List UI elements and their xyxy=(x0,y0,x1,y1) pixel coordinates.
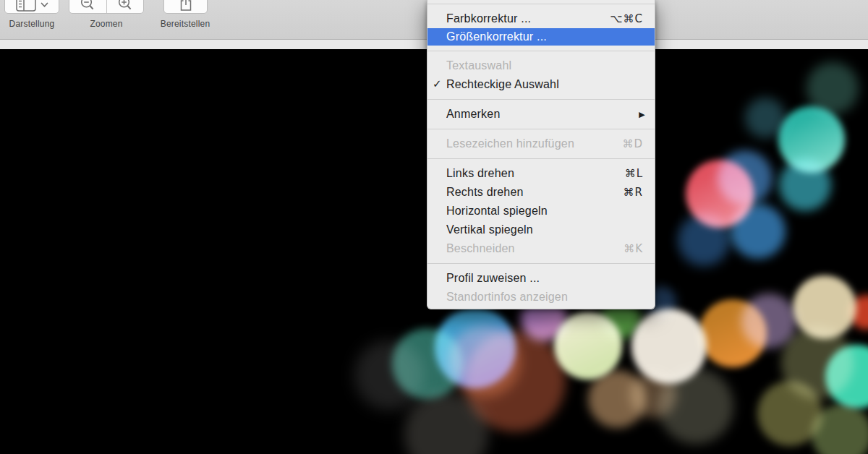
menu-separator xyxy=(427,263,655,264)
menu-item-standortinfos-anzeigen: Standortinfos anzeigen xyxy=(427,288,655,307)
zoom-out-button[interactable] xyxy=(69,0,107,13)
menu-item-rechts-drehen[interactable]: Rechts drehen⌘R xyxy=(427,183,655,202)
zoom-out-icon xyxy=(80,0,95,12)
context-menu: Farbkorrektur ...⌥⌘CGrößenkorrektur ...T… xyxy=(427,0,655,309)
menu-separator xyxy=(427,129,655,129)
menu-item-shortcut: ⌘L xyxy=(625,167,643,180)
menu-item-vertikal-spiegeln[interactable]: Vertikal spiegeln xyxy=(427,220,655,239)
zoom-control xyxy=(69,0,144,14)
share-button[interactable] xyxy=(163,0,208,14)
menu-item-label: Anmerken xyxy=(446,108,639,121)
toolbar-label-darstellung: Darstellung xyxy=(0,19,64,29)
bokeh-circle xyxy=(354,340,424,410)
menu-separator xyxy=(427,99,655,100)
bokeh-circle xyxy=(779,159,831,211)
menu-item-label: Profil zuweisen ... xyxy=(446,272,643,285)
bokeh-circle xyxy=(678,214,730,266)
menu-item-label: Lesezeichen hinzufügen xyxy=(446,137,622,150)
menu-item-links-drehen[interactable]: Links drehen⌘L xyxy=(427,164,655,183)
menu-separator xyxy=(427,4,655,4)
bokeh-circle xyxy=(448,325,521,398)
menu-item-label: Farbkorrektur ... xyxy=(446,12,610,25)
menu-item-anmerken[interactable]: Anmerken▶ xyxy=(427,105,655,124)
zoom-in-button[interactable] xyxy=(107,0,144,13)
menu-item-shortcut: ⌘D xyxy=(622,137,643,150)
menu-item-lesezeichen-hinzufügen: Lesezeichen hinzufügen⌘D xyxy=(427,134,655,153)
menu-item-rechteckige-auswahl[interactable]: ✓Rechteckige Auswahl xyxy=(427,75,655,94)
menu-item-label: Rechts drehen xyxy=(446,186,624,199)
menu-item-label: Beschneiden xyxy=(446,242,624,255)
menu-item-label: Textauswahl xyxy=(446,59,643,72)
menu-item-farbkorrektur[interactable]: Farbkorrektur ...⌥⌘C xyxy=(427,9,655,28)
menu-item-textauswahl: Textauswahl xyxy=(427,56,655,75)
menu-item-shortcut: ⌘K xyxy=(624,242,643,255)
menu-item-label: Vertikal spiegeln xyxy=(446,223,643,236)
toolbar-label-zoomen: Zoomen xyxy=(75,19,138,29)
share-icon xyxy=(179,0,193,12)
menu-separator xyxy=(427,51,655,51)
menu-item-label: Größenkorrektur ... xyxy=(446,30,643,43)
menu-item-label: Standortinfos anzeigen xyxy=(446,291,643,304)
bokeh-circle xyxy=(731,204,786,259)
menu-item-label: Rechteckige Auswahl xyxy=(446,78,643,91)
menu-item-profil-zuweisen[interactable]: Profil zuweisen ... xyxy=(427,269,655,288)
checkmark-icon: ✓ xyxy=(433,77,442,90)
view-options-button[interactable] xyxy=(4,0,59,14)
zoom-in-icon xyxy=(117,0,133,12)
submenu-arrow-icon: ▶ xyxy=(639,110,645,119)
bokeh-circle xyxy=(588,370,646,428)
menu-item-größenkorrektur[interactable]: Größenkorrektur ... xyxy=(427,28,655,46)
sidebar-view-icon xyxy=(16,0,38,12)
menu-item-beschneiden: Beschneiden⌘K xyxy=(427,239,655,258)
menu-item-shortcut: ⌘R xyxy=(624,186,643,199)
context-menu-items: Farbkorrektur ...⌥⌘CGrößenkorrektur ...T… xyxy=(427,4,655,307)
menu-item-label: Links drehen xyxy=(446,167,625,180)
menu-item-label: Horizontal spiegeln xyxy=(446,205,643,218)
menu-item-horizontal-spiegeln[interactable]: Horizontal spiegeln xyxy=(427,202,655,220)
menu-separator xyxy=(427,158,655,159)
chevron-down-icon xyxy=(41,2,48,8)
menu-item-shortcut: ⌥⌘C xyxy=(610,12,643,25)
toolbar-label-bereitstellen: Bereitstellen xyxy=(153,19,217,29)
